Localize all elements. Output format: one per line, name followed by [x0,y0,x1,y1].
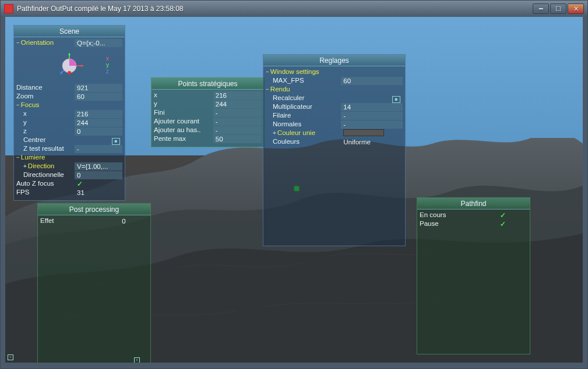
titlebar[interactable]: Pathfinder OutPut compilé le May 17 2013… [1,1,587,17]
panel-pathfind-title: Pathfind [417,198,530,210]
recalculer-label: Recalculer [266,94,341,102]
focus-z-label: z [16,127,75,136]
normales-label: Normales [266,120,341,129]
zoom-label: Zoom [16,92,75,101]
app-icon [4,4,13,13]
effet-value[interactable]: 0 [100,217,148,225]
ajouter-hasard-label: Ajouter au has.. [154,126,213,134]
direction-value[interactable]: V={1.00,... [75,162,122,171]
orientation-label: Orientation [21,39,54,46]
fini-label: Fini [154,108,213,117]
viewport-corner-icon[interactable]: ▫ [8,354,13,360]
center-label: Centrer [16,136,75,144]
py-label: y [154,100,213,108]
focus-z-value[interactable]: 0 [75,127,122,136]
expand-icon[interactable]: + [23,163,27,169]
fps-label: FPS [16,188,75,197]
app-window: Pathfinder OutPut compilé le May 17 2013… [0,0,588,369]
maxfps-label: MAX_FPS [266,76,341,85]
focus-y-value[interactable]: 244 [75,119,122,127]
fps-value: 31 [75,189,122,197]
panel-reglages[interactable]: Reglages −Window settings MAX_FPS60 −Ren… [263,54,406,246]
px-label: x [154,91,213,100]
directionnelle-value[interactable]: 0 [75,171,122,179]
pente-label: Pente max [154,134,213,143]
svg-marker-3 [68,53,71,55]
py-value[interactable]: 244 [213,100,262,108]
winset-label: Window settings [270,68,319,75]
ztest-label: Z test resultat [16,144,75,153]
recalculer-checkbox[interactable] [392,96,400,103]
pause-label: Pause [420,219,479,228]
axis-labels: x y z [106,55,109,74]
svg-point-7 [68,71,71,74]
focus-x-label: x [16,109,75,118]
filaire-value[interactable]: - [341,112,403,120]
couleur-unie-label: Couleur unie [277,129,315,136]
px-value[interactable]: 216 [213,91,262,100]
ajouter-courant-value[interactable]: - [213,118,262,126]
color-swatch[interactable] [343,129,384,136]
focus-y-label: y [16,118,75,127]
expand-icon[interactable]: + [273,130,276,136]
orientation-gizmo[interactable]: x y z [52,49,87,82]
panel-pathfind[interactable]: Pathfind En cours✓ Pause✓ [417,197,530,354]
viewport-3d[interactable]: Scene −Orientation Q={x;-0... [5,17,583,363]
zoom-value[interactable]: 60 [75,93,122,101]
autoz-label: Auto Z focus [16,179,75,188]
panel-scene-title: Scene [14,26,125,37]
focus-label: Focus [21,101,39,108]
filaire-label: Filaire [266,111,341,120]
distance-label: Distance [16,83,75,92]
panel-resize-icon[interactable]: ▫ [134,357,140,363]
close-button[interactable]: ✕ [568,3,584,14]
focus-x-value[interactable]: 216 [75,110,122,118]
couleurs-label: Couleurs [266,137,341,146]
collapse-icon[interactable]: − [16,154,20,161]
check-icon[interactable]: ✓ [77,180,83,187]
multiplicateur-label: Multiplicateur [266,102,341,111]
rendu-label: Rendu [270,86,290,93]
ajouter-courant-label: Ajouter courant [154,117,213,126]
check-icon[interactable]: ✓ [500,221,506,228]
collapse-icon[interactable]: − [266,69,269,75]
ajouter-hasard-value[interactable]: - [213,126,262,134]
pente-value[interactable]: 50 [213,135,262,143]
panel-points-title: Points stratégiques [152,78,264,90]
maximize-button[interactable]: ☐ [550,3,566,14]
collapse-icon[interactable]: − [16,40,20,46]
collapse-icon[interactable]: − [16,102,20,108]
ztest-value[interactable]: - [75,145,122,153]
panel-postproc-title: Post processing [38,204,150,215]
svg-marker-1 [81,65,83,67]
check-icon[interactable]: ✓ [500,212,506,219]
orientation-value[interactable]: Q={x;-0... [75,39,122,47]
maxfps-value[interactable]: 60 [341,77,403,85]
collapse-icon[interactable]: − [266,86,269,93]
effet-label: Effet [40,217,100,225]
panel-reglages-title: Reglages [263,55,405,66]
panel-points[interactable]: Points stratégiques x216 y244 Fini- Ajou… [151,77,265,147]
panel-postproc[interactable]: Post processing Effet0 ▫ [37,203,151,363]
center-checkbox[interactable] [112,138,120,145]
distance-value[interactable]: 921 [75,84,122,92]
normales-value[interactable]: - [341,120,403,129]
lumiere-label: Lumiere [21,154,45,161]
encours-label: En cours [420,211,479,219]
panel-scene[interactable]: Scene −Orientation Q={x;-0... [13,25,125,201]
direction-label: Direction [28,162,54,169]
multiplicateur-value[interactable]: 14 [341,103,403,111]
directionnelle-label: Directionnelle [16,171,75,179]
minimize-button[interactable]: ━ [533,3,549,14]
fini-value[interactable]: - [213,109,262,117]
couleurs-value[interactable]: Uniforme [341,138,403,146]
window-title: Pathfinder OutPut compilé le May 17 2013… [17,5,533,13]
